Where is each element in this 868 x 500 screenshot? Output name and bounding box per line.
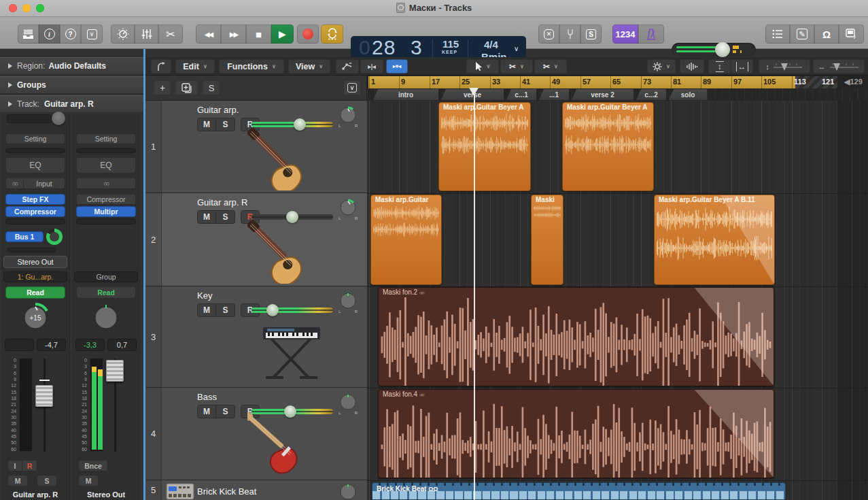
eq-thumbnail-button[interactable]: EQ [5, 157, 65, 173]
vertical-zoom-slider[interactable]: ↕ [759, 59, 810, 73]
view-menu[interactable]: View∨ [288, 59, 330, 73]
peak-value-box[interactable]: -3,3 [75, 339, 105, 351]
track-zoom-settings-menu[interactable]: ∨ [647, 59, 676, 73]
group-slot[interactable]: 1: Gu...arp. [3, 271, 67, 282]
track-header-1[interactable]: 1 Guitar arp. M S R LR [145, 101, 367, 193]
volume-fader[interactable] [35, 385, 53, 407]
edit-menu[interactable]: Edit∨ [175, 59, 215, 73]
functions-menu[interactable]: Functions∨ [219, 59, 284, 73]
output-slot[interactable]: Stereo Out [3, 256, 67, 268]
cycle-button[interactable] [321, 24, 343, 44]
count-in-button[interactable]: 1234 [612, 24, 638, 44]
audio-region[interactable]: Maski arp.Guitar [370, 195, 442, 285]
bar-ruler[interactable]: 1 9 17 25 33 41 49 57 65 73 81 89 97 105… [367, 76, 868, 101]
track-volume-slider[interactable] [251, 307, 333, 313]
strip-top-knob[interactable] [52, 112, 65, 125]
play-button[interactable]: ▶ [271, 24, 294, 44]
pan-knob[interactable]: +15 [20, 302, 51, 333]
record-enable-button[interactable]: R [22, 460, 37, 471]
flex-button[interactable]: ▸|◂ [360, 59, 383, 73]
solo-button[interactable]: S [216, 405, 235, 418]
audio-region[interactable]: Maski [531, 195, 563, 285]
right-click-tool-menu[interactable]: ✂∨ [534, 59, 567, 73]
stereo-format-icon[interactable]: ○○ [76, 178, 136, 189]
media-browser-button[interactable]: ♪ [839, 24, 864, 44]
mute-button[interactable]: M [78, 475, 99, 486]
track-header-4[interactable]: 4 Bass M S R LR [145, 388, 367, 480]
track-pan-knob[interactable]: LR [338, 393, 358, 414]
volume-fader[interactable] [106, 360, 124, 382]
lcd-time-signature[interactable]: 4/4 [484, 39, 498, 50]
zoom-slider-control[interactable] [772, 62, 803, 71]
audio-region[interactable]: Maski arp.Guitar Beyer A [562, 102, 654, 191]
track-name[interactable]: Bass [197, 392, 217, 402]
mixer-button[interactable] [135, 24, 158, 44]
track-name[interactable]: Key [197, 290, 212, 301]
master-volume-knob[interactable] [715, 42, 730, 57]
marker-chip[interactable]: c...1 [506, 89, 536, 100]
solo-button[interactable]: S [216, 118, 235, 131]
back-button[interactable] [151, 59, 171, 73]
solo-button[interactable]: S [216, 210, 235, 224]
tuner-button[interactable] [559, 24, 580, 44]
audio-region[interactable]: Maski fon.4 ○○ [378, 389, 774, 478]
audio-fx-slot-1[interactable]: Compressor [76, 194, 136, 205]
smart-controls-button[interactable] [111, 24, 135, 44]
metronome-button[interactable] [638, 24, 664, 44]
channel-setting-button[interactable]: Setting [76, 133, 136, 144]
rewind-button[interactable]: ◀◀ [196, 24, 221, 44]
send-slot[interactable]: Bus 1 [5, 231, 44, 242]
bounce-button[interactable]: Bnce [78, 460, 108, 471]
peak-value-box[interactable] [5, 339, 34, 351]
input-slot[interactable]: ○○ Input [5, 178, 65, 189]
stereo-format-icon[interactable]: ○○ [5, 178, 24, 189]
quick-help-button[interactable]: ? [60, 24, 81, 44]
audio-fx-slot-2[interactable]: Multipr [76, 206, 136, 217]
audio-fx-slot-1[interactable]: Step FX [5, 194, 65, 205]
track-name[interactable]: Guitar arp. R [197, 197, 247, 207]
arrange-area[interactable]: Maski arp.Guitar Beyer A Maski arp.Guita… [367, 101, 868, 500]
group-slot[interactable]: Group [74, 271, 138, 282]
record-button[interactable] [297, 24, 319, 44]
catch-playhead-button[interactable]: ▸▾◂ [386, 59, 408, 73]
marker-chip[interactable]: ...1 [539, 89, 569, 100]
track-header-3[interactable]: 3 Key M S R LR [145, 286, 367, 388]
lcd-chevron-icon[interactable]: ∨ [514, 45, 519, 52]
project-end-marker[interactable]: ◀129 [844, 78, 863, 86]
marker-chip[interactable]: intro [373, 89, 438, 100]
inspector-button[interactable]: i [39, 24, 60, 44]
solo-mode-button[interactable]: S [580, 24, 602, 44]
marker-chip[interactable]: solo [669, 89, 707, 100]
marker-chip[interactable]: c...2 [636, 89, 666, 100]
list-editors-button[interactable] [765, 24, 790, 44]
lcd-tempo-value[interactable]: 115 [442, 38, 459, 50]
pan-knob[interactable] [90, 302, 122, 333]
zoom-slider-control[interactable] [829, 62, 860, 71]
channel-name[interactable]: Stereo Out [72, 490, 140, 499]
horizontal-zoom-slider[interactable]: ↔ [813, 59, 865, 73]
loop-region[interactable]: Brick Kick Beat ΩΩ [372, 482, 786, 500]
automation-mode-button[interactable]: Read [5, 286, 65, 299]
track-pan-knob[interactable]: LR [338, 292, 358, 312]
empty-fx-slot[interactable] [76, 218, 136, 224]
horizontal-auto-zoom-button[interactable]: ↔ [731, 59, 753, 73]
track-name[interactable]: Guitar arp. [197, 105, 239, 115]
solo-button[interactable]: S [216, 303, 235, 317]
forward-button[interactable]: ▶▶ [221, 24, 246, 44]
mute-button[interactable]: M [197, 303, 216, 317]
master-volume-slider[interactable] [672, 43, 756, 56]
track-header-options-button[interactable]: ∨ [343, 80, 361, 95]
track-header-5[interactable]: 5 Brick Kick Beat [145, 480, 367, 500]
marker-chip[interactable]: verse 2 [572, 89, 633, 100]
master-solo-button[interactable]: S [203, 80, 220, 95]
tools-button[interactable]: ✂ [158, 24, 183, 44]
audio-region[interactable]: Maski arp.Guitar Beyer A [438, 102, 531, 191]
lcd-beat-value[interactable]: 3 [411, 36, 423, 59]
region-inspector-header[interactable]: Region:Audio Defaults [0, 57, 143, 75]
track-volume-slider[interactable] [251, 122, 333, 127]
send-level-knob[interactable] [46, 229, 63, 245]
channel-name[interactable]: Guitar arp. R [1, 490, 69, 499]
waveform-zoom-button[interactable] [680, 59, 704, 73]
toolbar-toggle-button[interactable]: ∨ [81, 24, 103, 44]
eq-thumbnail-button[interactable]: EQ [76, 157, 136, 173]
